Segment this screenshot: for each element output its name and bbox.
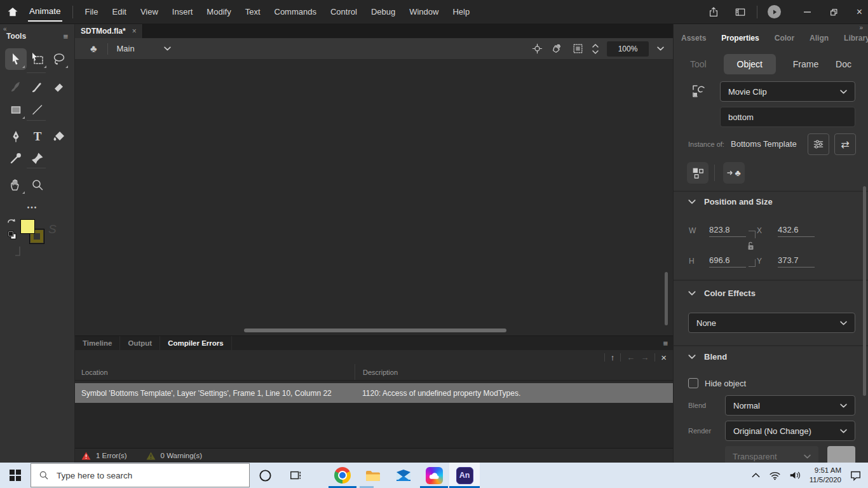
taskbar-clock[interactable]: 9:51 AM 11/5/2020	[810, 466, 841, 485]
taskbar-creative-cloud[interactable]	[419, 463, 449, 488]
scene-name[interactable]: Main	[117, 44, 135, 53]
tool-eyedropper[interactable]	[5, 147, 27, 169]
subtab-doc[interactable]: Doc	[836, 59, 851, 69]
menu-text[interactable]: Text	[238, 7, 268, 17]
document-tab[interactable]: SDTMod.fla* ×	[75, 24, 143, 38]
zoom-chevron-icon[interactable]	[657, 46, 664, 51]
swap-colors-icon[interactable]	[7, 217, 17, 226]
tool-free-transform[interactable]	[27, 48, 48, 70]
tab-library[interactable]: Library	[844, 34, 868, 43]
symbol-type-dropdown[interactable]: Movie Clip	[720, 81, 855, 102]
action-center-icon[interactable]	[850, 470, 862, 481]
tool-zoom[interactable]	[27, 174, 48, 196]
tab-output[interactable]: Output	[120, 336, 160, 350]
volume-icon[interactable]	[789, 470, 801, 480]
clear-errors-button[interactable]: ×	[661, 353, 667, 362]
start-button[interactable]	[0, 463, 31, 488]
swap-symbol-button[interactable]: ⇄	[834, 133, 856, 155]
stage-canvas[interactable]	[75, 60, 673, 336]
tab-timeline[interactable]: Timeline	[75, 336, 120, 350]
menu-edit[interactable]: Edit	[105, 7, 133, 17]
tool-lasso[interactable]	[48, 48, 70, 70]
menu-help[interactable]: Help	[445, 7, 477, 17]
symbol-settings-button[interactable]	[808, 133, 829, 155]
edit-symbol-button[interactable]: ♣	[723, 162, 745, 184]
zoom-level-field[interactable]: 100%	[607, 41, 649, 57]
tray-expand-icon[interactable]	[751, 472, 761, 478]
tool-pen[interactable]	[5, 126, 27, 147]
panel-scrollbar[interactable]	[863, 186, 866, 396]
menu-modify[interactable]: Modify	[200, 7, 238, 17]
tab-close-icon[interactable]: ×	[132, 27, 137, 36]
fill-color-swatch[interactable]	[20, 219, 35, 234]
tab-assets[interactable]: Assets	[681, 34, 706, 43]
instance-name-field[interactable]	[720, 107, 855, 127]
taskbar-search[interactable]	[31, 463, 250, 487]
task-view-button[interactable]	[280, 463, 311, 488]
more-tools-icon[interactable]: •••	[0, 204, 65, 211]
break-apart-button[interactable]	[687, 162, 709, 184]
blend-mode-dropdown[interactable]: Normal	[725, 395, 855, 416]
menu-commands[interactable]: Commands	[268, 7, 323, 17]
taskbar-animate[interactable]: An	[449, 463, 480, 488]
tab-compiler-errors[interactable]: Compiler Errors	[160, 336, 232, 350]
search-input[interactable]	[57, 471, 215, 480]
chevron-down-icon[interactable]	[164, 46, 171, 51]
x-value[interactable]: 432.6	[778, 225, 815, 237]
hide-object-checkbox[interactable]	[688, 378, 698, 388]
workspace-button[interactable]	[734, 6, 747, 18]
menu-view[interactable]: View	[133, 7, 165, 17]
tool-eraser[interactable]	[48, 76, 70, 98]
background-color-swatch[interactable]	[827, 446, 855, 463]
clip-content-button[interactable]	[572, 43, 584, 55]
tool-hand[interactable]	[5, 174, 27, 196]
subtab-tool[interactable]: Tool	[690, 59, 707, 69]
tools-menu-icon[interactable]: ≡	[63, 32, 68, 41]
default-colors-icon[interactable]	[7, 230, 17, 240]
tab-color[interactable]: Color	[775, 34, 794, 43]
taskbar-chrome[interactable]	[327, 463, 358, 488]
color-effect-dropdown[interactable]: None	[688, 313, 855, 333]
menu-window[interactable]: Window	[402, 7, 445, 17]
transparent-dropdown[interactable]: Transparent	[725, 446, 818, 463]
home-button[interactable]	[0, 6, 25, 18]
render-mode-dropdown[interactable]: Original (No Change)	[725, 421, 855, 441]
center-frame-button[interactable]	[531, 43, 543, 55]
section-blend[interactable]: Blend	[688, 352, 727, 362]
tool-line[interactable]	[27, 99, 48, 121]
zoom-stepper[interactable]	[592, 43, 599, 55]
test-movie-button[interactable]	[768, 5, 781, 18]
width-value[interactable]: 823.8	[709, 225, 746, 237]
tool-brush[interactable]	[27, 76, 48, 98]
section-position-size[interactable]: Position and Size	[688, 197, 773, 207]
tab-properties[interactable]: Properties	[721, 34, 759, 43]
share-button[interactable]	[707, 6, 720, 18]
expand-panel-icon[interactable]: »	[859, 24, 863, 31]
horizontal-scrollbar[interactable]	[244, 329, 506, 332]
menu-debug[interactable]: Debug	[364, 7, 402, 17]
wifi-icon[interactable]	[769, 471, 781, 480]
height-value[interactable]: 696.6	[709, 255, 746, 268]
error-row[interactable]: Symbol 'Bottoms Template', Layer 'Settin…	[75, 383, 673, 403]
tool-fluid-brush[interactable]	[5, 76, 27, 98]
vertical-scrollbar[interactable]	[665, 272, 668, 325]
subtab-object[interactable]: Object	[724, 54, 776, 74]
tool-asset-warp[interactable]	[27, 147, 48, 169]
tool-text[interactable]: T	[27, 126, 48, 147]
minimize-button[interactable]	[799, 0, 816, 24]
next-error-button[interactable]: →	[641, 353, 649, 362]
lock-dimensions-icon[interactable]	[747, 240, 756, 251]
subtab-frame[interactable]: Frame	[793, 59, 818, 69]
menu-file[interactable]: File	[78, 7, 105, 17]
tool-selection[interactable]	[5, 48, 27, 70]
restore-button[interactable]	[825, 0, 842, 24]
symbol-club-icon[interactable]: ♣	[90, 43, 97, 55]
rotate-canvas-button[interactable]	[552, 43, 564, 55]
cortana-button[interactable]	[250, 463, 280, 488]
previous-error-button[interactable]: ←	[627, 353, 635, 362]
section-color-effects[interactable]: Color Effects	[688, 288, 756, 298]
tool-rectangle[interactable]	[5, 99, 27, 121]
tab-align[interactable]: Align	[810, 34, 829, 43]
go-to-source-button[interactable]: ↑	[611, 353, 615, 362]
menu-control[interactable]: Control	[323, 7, 364, 17]
